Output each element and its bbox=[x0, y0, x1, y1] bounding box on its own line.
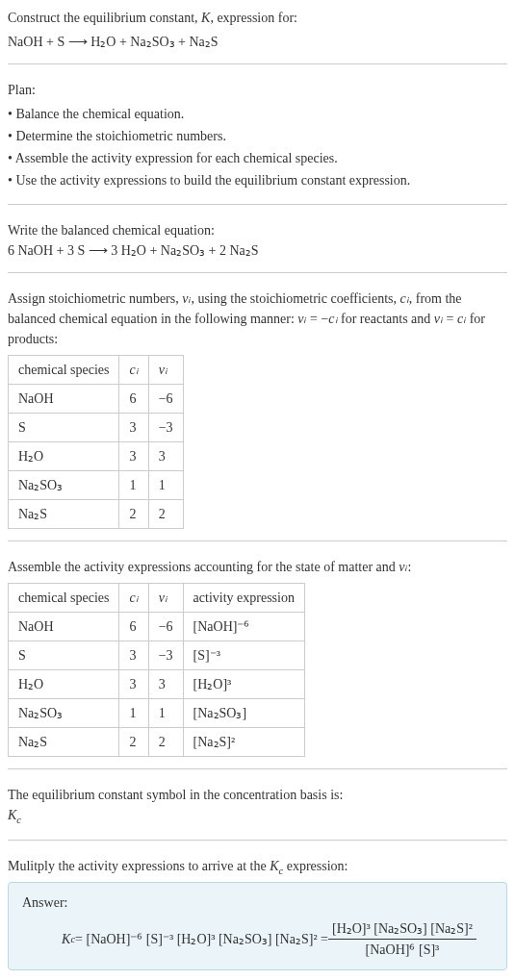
kc-denominator: [NaOH]⁶ [S]³ bbox=[328, 940, 476, 960]
kc-fraction: [H₂O]³ [Na₂SO₃] [Na₂S]² [NaOH]⁶ [S]³ bbox=[328, 918, 476, 960]
table-row: NaOH 6 −6 [NaOH]⁻⁶ bbox=[9, 613, 305, 641]
section-kc-symbol: The equilibrium constant symbol in the c… bbox=[8, 785, 507, 841]
plan-item: • Use the activity expressions to build … bbox=[8, 170, 507, 190]
table-header: νᵢ bbox=[148, 356, 183, 385]
section-plan: Plan: • Balance the chemical equation. •… bbox=[8, 80, 507, 205]
stoich-rule: = bbox=[443, 312, 457, 326]
c-cell: 1 bbox=[119, 699, 148, 728]
table-row: Na₂S 2 2 bbox=[9, 500, 184, 529]
stoich-ci: cᵢ bbox=[400, 291, 409, 306]
v-cell: 2 bbox=[148, 500, 183, 529]
activity-nu: νᵢ bbox=[399, 560, 407, 574]
table-header: cᵢ bbox=[119, 356, 148, 385]
answer-box: Answer: Kc = [NaOH]⁻⁶ [S]⁻³ [H₂O]³ [Na₂S… bbox=[8, 882, 507, 970]
v-cell: 1 bbox=[148, 471, 183, 500]
expr-cell: [S]⁻³ bbox=[183, 641, 304, 670]
c-cell: 6 bbox=[119, 613, 148, 641]
activity-text: Assemble the activity expressions accoun… bbox=[8, 560, 399, 574]
stoich-rule: cᵢ bbox=[328, 312, 337, 326]
final-title-text2: expression: bbox=[283, 859, 348, 873]
section-stoich: Assign stoichiometric numbers, νᵢ, using… bbox=[8, 289, 507, 541]
kc-symbol: Kc bbox=[8, 805, 507, 828]
stoich-intro: Assign stoichiometric numbers, νᵢ, using… bbox=[8, 289, 507, 349]
v-cell: 3 bbox=[148, 442, 183, 471]
section-activity: Assemble the activity expressions accoun… bbox=[8, 557, 507, 769]
intro-text-1: Construct the equilibrium constant, bbox=[8, 11, 201, 25]
final-Kc: K bbox=[270, 859, 278, 873]
kc-eq: = [NaOH]⁻⁶ [S]⁻³ [H₂O]³ [Na₂SO₃] [Na₂S]²… bbox=[75, 929, 328, 949]
c-cell: 1 bbox=[119, 471, 148, 500]
plan-list: • Balance the chemical equation. • Deter… bbox=[8, 104, 507, 190]
table-row: Na₂S 2 2 [Na₂S]² bbox=[9, 728, 305, 757]
table-header-row: chemical species cᵢ νᵢ activity expressi… bbox=[9, 584, 305, 613]
section-intro: Construct the equilibrium constant, K, e… bbox=[8, 8, 507, 64]
table-row: S 3 −3 bbox=[9, 414, 184, 442]
c-cell: 2 bbox=[119, 500, 148, 529]
section-balanced: Write the balanced chemical equation: 6 … bbox=[8, 220, 507, 273]
kc-lhs: K bbox=[62, 929, 70, 949]
v-cell: 3 bbox=[148, 670, 183, 699]
species-cell: Na₂S bbox=[9, 500, 119, 529]
v-cell: 2 bbox=[148, 728, 183, 757]
stoich-rule: νᵢ bbox=[297, 312, 306, 326]
v-cell: −3 bbox=[148, 641, 183, 670]
balanced-title: Write the balanced chemical equation: bbox=[8, 220, 507, 240]
table-row: NaOH 6 −6 bbox=[9, 385, 184, 414]
table-row: H₂O 3 3 bbox=[9, 442, 184, 471]
plan-item: • Assemble the activity expression for e… bbox=[8, 148, 507, 168]
c-cell: 3 bbox=[119, 414, 148, 442]
final-title: Mulitply the activity expressions to arr… bbox=[8, 856, 507, 879]
stoich-rule: νᵢ bbox=[434, 312, 443, 326]
kc-numerator: [H₂O]³ [Na₂SO₃] [Na₂S]² bbox=[328, 918, 476, 940]
expr-cell: [Na₂S]² bbox=[183, 728, 304, 757]
final-title-text: Mulitply the activity expressions to arr… bbox=[8, 859, 270, 873]
species-cell: Na₂SO₃ bbox=[9, 699, 119, 728]
table-row: Na₂SO₃ 1 1 [Na₂SO₃] bbox=[9, 699, 305, 728]
table-header: chemical species bbox=[9, 356, 119, 385]
activity-table: chemical species cᵢ νᵢ activity expressi… bbox=[8, 583, 305, 757]
stoich-rule: cᵢ bbox=[457, 312, 466, 326]
species-cell: NaOH bbox=[9, 613, 119, 641]
expr-cell: [Na₂SO₃] bbox=[183, 699, 304, 728]
table-header: activity expression bbox=[183, 584, 304, 613]
species-cell: Na₂S bbox=[9, 728, 119, 757]
species-cell: H₂O bbox=[9, 670, 119, 699]
species-cell: S bbox=[9, 641, 119, 670]
c-cell: 2 bbox=[119, 728, 148, 757]
kc-expression: Kc = [NaOH]⁻⁶ [S]⁻³ [H₂O]³ [Na₂SO₃] [Na₂… bbox=[45, 918, 493, 960]
activity-text: : bbox=[408, 560, 412, 574]
activity-intro: Assemble the activity expressions accoun… bbox=[8, 557, 507, 577]
species-cell: H₂O bbox=[9, 442, 119, 471]
table-row: S 3 −3 [S]⁻³ bbox=[9, 641, 305, 670]
c-cell: 3 bbox=[119, 641, 148, 670]
v-cell: −3 bbox=[148, 414, 183, 442]
species-cell: S bbox=[9, 414, 119, 442]
plan-item: • Determine the stoichiometric numbers. bbox=[8, 126, 507, 146]
stoich-rule: = − bbox=[307, 312, 329, 326]
table-header-row: chemical species cᵢ νᵢ bbox=[9, 356, 184, 385]
plan-title: Plan: bbox=[8, 80, 507, 100]
plan-item: • Balance the chemical equation. bbox=[8, 104, 507, 124]
table-row: H₂O 3 3 [H₂O]³ bbox=[9, 670, 305, 699]
expr-cell: [NaOH]⁻⁶ bbox=[183, 613, 304, 641]
table-row: Na₂SO₃ 1 1 bbox=[9, 471, 184, 500]
v-cell: −6 bbox=[148, 613, 183, 641]
v-cell: 1 bbox=[148, 699, 183, 728]
expr-cell: [H₂O]³ bbox=[183, 670, 304, 699]
intro-line: Construct the equilibrium constant, K, e… bbox=[8, 8, 507, 28]
intro-equation: NaOH + S ⟶ H₂O + Na₂SO₃ + Na₂S bbox=[8, 32, 507, 52]
intro-K: K bbox=[201, 11, 210, 25]
species-cell: NaOH bbox=[9, 385, 119, 414]
species-cell: Na₂SO₃ bbox=[9, 471, 119, 500]
section-final: Mulitply the activity expressions to arr… bbox=[8, 856, 507, 980]
stoich-text: for reactants and bbox=[338, 312, 434, 326]
table-header: chemical species bbox=[9, 584, 119, 613]
table-header: cᵢ bbox=[119, 584, 148, 613]
intro-text-2: , expression for: bbox=[210, 11, 297, 25]
stoich-table: chemical species cᵢ νᵢ NaOH 6 −6 S 3 −3 … bbox=[8, 355, 184, 529]
stoich-text: , using the stoichiometric coefficients, bbox=[191, 291, 399, 306]
v-cell: −6 bbox=[148, 385, 183, 414]
c-cell: 3 bbox=[119, 670, 148, 699]
kc-symbol-text: The equilibrium constant symbol in the c… bbox=[8, 785, 507, 805]
kc-K: K bbox=[8, 808, 16, 822]
